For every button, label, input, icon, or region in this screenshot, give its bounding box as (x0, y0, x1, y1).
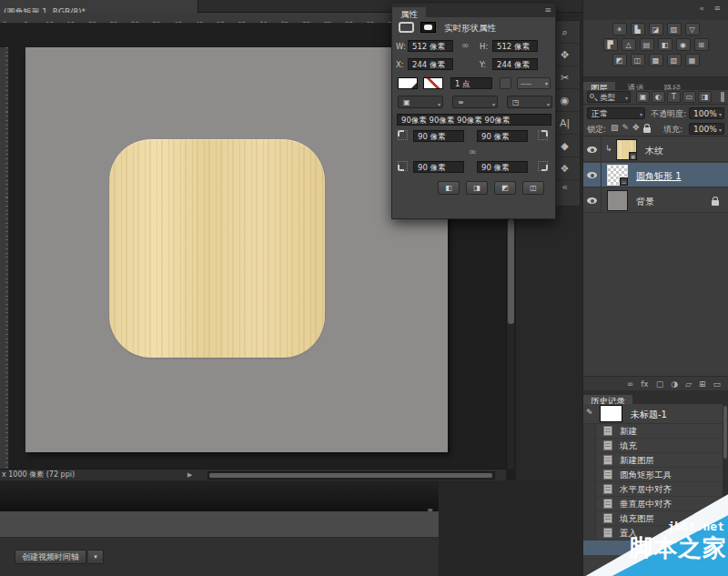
layer-thumbnail[interactable]: ▦ (616, 139, 637, 160)
adjustment-icon[interactable]: ▤ (640, 38, 654, 51)
visibility-cell[interactable] (583, 188, 602, 213)
radius-combined-field[interactable]: 90像素 90像素 90像素 90像素 (397, 114, 551, 126)
layers-panel-action-icon[interactable]: ⊞ (699, 379, 706, 389)
layer-filter-icon[interactable]: ◐ (652, 91, 665, 103)
adjustment-icon[interactable]: ◧ (658, 38, 672, 51)
dock-menu-icon[interactable]: ≡ (713, 4, 721, 13)
pathfinder-button[interactable]: ◩ (494, 181, 516, 195)
layer-name[interactable]: 圆角矩形 1 (636, 170, 682, 183)
layers-panel-action-icon[interactable]: ▢ (656, 379, 664, 389)
status-menu-arrow-icon[interactable] (187, 470, 192, 480)
history-brush-slot[interactable] (583, 453, 596, 468)
radius-top-left-field[interactable]: 90 像素 (413, 130, 464, 142)
adjustment-icon[interactable]: ◩ (612, 54, 627, 66)
blend-mode-dropdown[interactable]: 正常 (587, 107, 645, 119)
stroke-corner-dropdown[interactable]: ◳ (507, 96, 552, 108)
document-tab[interactable]: (圆角矩形 1, RGB/8)* (0, 0, 198, 13)
adjustment-icon[interactable]: ◫ (631, 54, 645, 66)
link-wh-icon[interactable] (461, 40, 469, 50)
vertical-scrollbar-thumb[interactable] (508, 219, 514, 324)
history-brush-slot[interactable] (583, 439, 596, 453)
layer-filter-icon[interactable]: ◨ (698, 91, 712, 103)
properties-panel-menu-icon[interactable]: ≡ (544, 5, 551, 15)
y-field[interactable]: 244 像素 (492, 58, 538, 70)
adjustment-icon[interactable]: △ (622, 38, 636, 51)
vertical-ruler[interactable] (0, 47, 9, 492)
document-canvas[interactable] (25, 47, 448, 452)
layer-filter-icon[interactable]: ▣ (636, 91, 650, 103)
link-radius-icon[interactable] (469, 147, 476, 157)
layers-panel-action-icon[interactable]: ▱ (685, 379, 692, 389)
height-field[interactable]: 512 像素 (492, 40, 538, 52)
timeline-menu-icon[interactable]: ≡ (427, 506, 433, 514)
lock-transparency-icon[interactable]: ▨ (611, 123, 619, 133)
stroke-options-button[interactable] (500, 77, 511, 89)
adjustment-icon[interactable]: ▦ (685, 54, 700, 66)
layer-thumbnail[interactable]: ▭ (607, 165, 628, 186)
history-row[interactable]: 新建 (583, 424, 728, 439)
stroke-cap-dropdown[interactable]: ≡ (452, 96, 498, 108)
rounded-rectangle-wood-shape[interactable] (109, 139, 325, 358)
stroke-type-dropdown[interactable] (517, 77, 551, 89)
lock-paint-icon[interactable]: ✎ (622, 123, 630, 133)
stroke-align-dropdown[interactable]: ▣ (398, 96, 443, 108)
layers-panel-action-icon[interactable]: ∞ (627, 379, 634, 389)
eye-icon[interactable] (587, 147, 597, 153)
timeline-mode-dropdown-icon[interactable] (88, 550, 104, 564)
layers-panel-action-icon[interactable]: fx (641, 379, 649, 389)
adjustment-icon[interactable]: ☀ (612, 23, 627, 35)
adjustment-icon[interactable]: ▽ (685, 23, 700, 35)
stroke-width-field[interactable]: 1 点 (450, 77, 492, 89)
opacity-dropdown[interactable]: 100% (689, 107, 724, 119)
history-brush-icon[interactable]: ✎ (586, 408, 593, 417)
layer-name[interactable]: 木纹 (645, 145, 663, 157)
lock-position-icon[interactable]: ✥ (632, 123, 640, 133)
width-field[interactable]: 512 像素 (408, 40, 453, 52)
history-row[interactable]: 填充 (583, 439, 728, 453)
filter-toggle-icon[interactable] (721, 92, 724, 102)
visibility-cell[interactable] (583, 163, 602, 187)
adjustment-icon[interactable]: ▩ (649, 54, 663, 66)
history-snapshot-row[interactable]: ✎ 未标题-1 (583, 404, 728, 424)
eye-icon[interactable] (587, 197, 597, 204)
layer-filter-icon[interactable]: ▭ (682, 91, 696, 103)
adjustment-icon[interactable]: ⊞ (694, 38, 709, 51)
history-row[interactable]: 新建图层 (583, 453, 728, 468)
adjustment-icon[interactable]: ▙ (631, 23, 645, 35)
history-scrollbar-thumb[interactable] (723, 406, 727, 459)
adjustment-icon[interactable]: ▛ (603, 38, 618, 51)
layer-name[interactable]: 背景 (636, 196, 654, 208)
lock-all-icon[interactable] (643, 127, 651, 133)
adjustment-icon[interactable]: ▧ (667, 54, 682, 66)
filter-kind-dropdown[interactable]: 类型 (587, 91, 631, 103)
history-brush-slot[interactable] (583, 424, 596, 439)
radius-top-right-field[interactable]: 90 像素 (477, 130, 528, 142)
x-field[interactable]: 244 像素 (408, 58, 453, 70)
status-bar: x 1000 像素 (72 ppi) (0, 469, 506, 480)
layers-panel-action-icon[interactable]: ◑ (671, 379, 678, 389)
pathfinder-button[interactable]: ◨ (466, 181, 488, 195)
fill-color-swatch[interactable] (398, 77, 418, 89)
layer-thumbnail[interactable] (607, 190, 628, 211)
adjustment-icon[interactable]: ◪ (649, 23, 663, 35)
stroke-color-swatch[interactable] (423, 77, 443, 89)
adjustment-icon[interactable]: ▨ (667, 23, 682, 35)
layers-panel-action-icon[interactable]: ▭ (713, 379, 721, 389)
horizontal-scrollbar-thumb[interactable] (209, 473, 492, 478)
create-video-timeline-button[interactable]: 创建视频时间轴 (15, 550, 86, 564)
layer-filter-icon[interactable]: T (667, 91, 681, 103)
horizontal-scrollbar[interactable] (207, 471, 495, 480)
layer-row-rounded-rectangle[interactable]: ▭ 圆角矩形 1 (583, 163, 728, 187)
layer-row-background[interactable]: 背景 (583, 188, 728, 213)
adjustment-icon[interactable]: ◉ (676, 38, 691, 51)
pathfinder-button[interactable]: ◧ (438, 181, 460, 195)
layer-row-wood[interactable]: ↳ ▦ 木纹 (583, 137, 728, 162)
radius-bottom-left-field[interactable]: 90 像素 (413, 161, 464, 173)
history-state-label: 填充 (620, 440, 637, 452)
radius-bottom-right-field[interactable]: 90 像素 (477, 161, 528, 173)
eye-icon[interactable] (587, 172, 597, 178)
fill-dropdown[interactable]: 100% (689, 123, 724, 135)
pathfinder-button[interactable]: ◫ (522, 181, 544, 195)
collapse-dock-icon[interactable]: « (699, 4, 704, 13)
visibility-cell[interactable] (583, 137, 602, 162)
